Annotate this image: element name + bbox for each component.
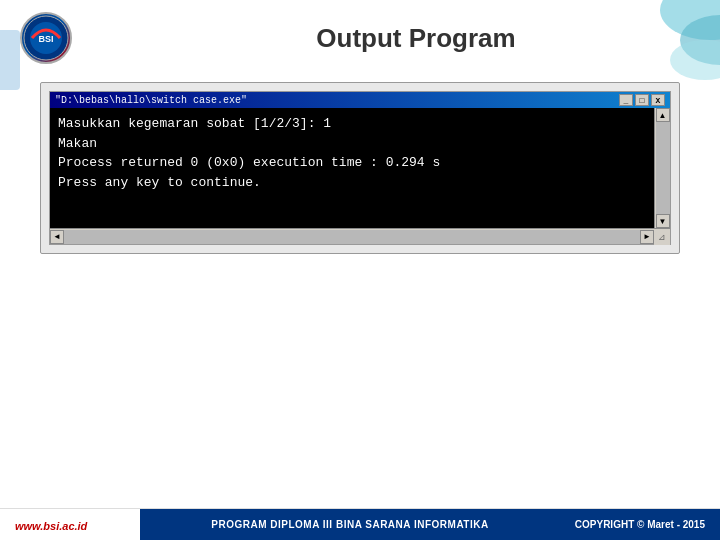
scroll-down-button[interactable]: ▼ xyxy=(656,214,670,228)
footer-website: www.bsi.ac.id xyxy=(15,520,87,532)
console-line-1: Masukkan kegemaran sobat [1/2/3]: 1 xyxy=(58,114,646,134)
scroll-track[interactable] xyxy=(656,122,670,214)
console-title-text: "D:\bebas\hallo\switch case.exe" xyxy=(55,95,247,106)
footer-copyright: COPYRIGHT © Maret - 2015 xyxy=(575,519,705,530)
logo: BSI xyxy=(20,12,72,64)
console-line-3: Process returned 0 (0x0) execution time … xyxy=(58,153,646,173)
footer: www.bsi.ac.id PROGRAM DIPLOMA III BINA S… xyxy=(0,508,720,540)
footer-program-name: PROGRAM DIPLOMA III BINA SARANA INFORMAT… xyxy=(211,519,488,530)
footer-right: COPYRIGHT © Maret - 2015 xyxy=(560,509,720,540)
bottom-scroll-track[interactable] xyxy=(64,230,640,244)
scroll-left-button[interactable]: ◄ xyxy=(50,230,64,244)
svg-text:BSI: BSI xyxy=(38,34,53,44)
console-title-bar: "D:\bebas\hallo\switch case.exe" _ □ X xyxy=(50,92,670,108)
resize-handle[interactable]: ⊿ xyxy=(654,229,670,245)
page-title: Output Program xyxy=(132,23,700,54)
header: BSI Output Program xyxy=(0,0,720,72)
console-window: "D:\bebas\hallo\switch case.exe" _ □ X M… xyxy=(49,91,671,245)
slide-area: "D:\bebas\hallo\switch case.exe" _ □ X M… xyxy=(40,82,680,254)
footer-center: PROGRAM DIPLOMA III BINA SARANA INFORMAT… xyxy=(140,509,560,540)
console-line-4: Press any key to continue. xyxy=(58,173,646,193)
console-bottom-bar: ◄ ► ⊿ xyxy=(50,228,670,244)
scroll-up-button[interactable]: ▲ xyxy=(656,108,670,122)
minimize-button[interactable]: _ xyxy=(619,94,633,106)
main-content: "D:\bebas\hallo\switch case.exe" _ □ X M… xyxy=(0,72,720,264)
close-button[interactable]: X xyxy=(651,94,665,106)
console-scrollbar: ▲ ▼ xyxy=(654,108,670,228)
console-title-buttons: _ □ X xyxy=(619,94,665,106)
console-screen: Masukkan kegemaran sobat [1/2/3]: 1 Maka… xyxy=(50,108,654,228)
scroll-right-button[interactable]: ► xyxy=(640,230,654,244)
maximize-button[interactable]: □ xyxy=(635,94,649,106)
console-line-2: Makan xyxy=(58,134,646,154)
console-body: Masukkan kegemaran sobat [1/2/3]: 1 Maka… xyxy=(50,108,670,228)
footer-left: www.bsi.ac.id xyxy=(0,516,140,534)
